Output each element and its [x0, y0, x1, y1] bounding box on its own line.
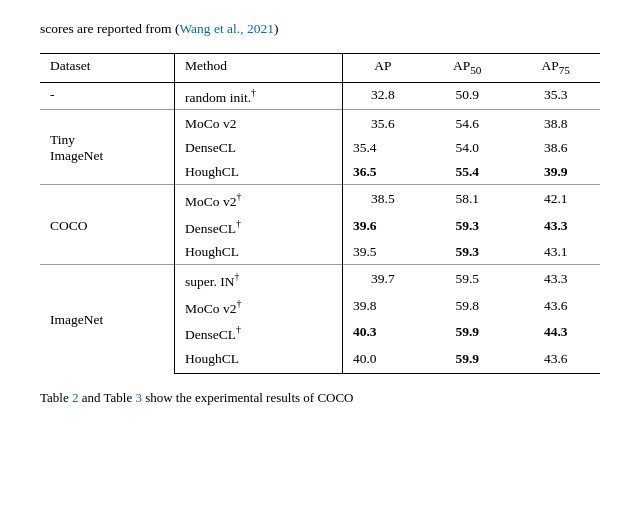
cell-method: HoughCL — [175, 160, 343, 185]
table-row: -random init.†32.850.935.3 — [40, 82, 600, 110]
col-ap: AP — [342, 53, 423, 82]
cell-ap50: 59.3 — [423, 214, 512, 241]
cell-ap: 35.4 — [342, 136, 423, 160]
cell-method: DenseCL — [175, 136, 343, 160]
cell-ap50: 59.9 — [423, 320, 512, 347]
cell-dataset: ImageNet — [40, 265, 175, 374]
footer-suffix: show the experimental results of COCO — [142, 390, 354, 405]
col-dataset: Dataset — [40, 53, 175, 82]
cell-ap75: 43.3 — [511, 214, 600, 241]
cell-ap50: 50.9 — [423, 82, 512, 110]
cell-ap: 38.5 — [342, 185, 423, 214]
header-prefix: scores are reported from ( — [40, 21, 179, 36]
cell-method: MoCo v2† — [175, 185, 343, 214]
cell-method: MoCo v2 — [175, 110, 343, 137]
cell-ap50: 59.3 — [423, 240, 512, 265]
cell-ap75: 44.3 — [511, 320, 600, 347]
cell-ap: 32.8 — [342, 82, 423, 110]
cell-ap: 39.5 — [342, 240, 423, 265]
footer-prefix: Table — [40, 390, 72, 405]
cell-ap75: 43.6 — [511, 347, 600, 374]
cell-ap50: 59.9 — [423, 347, 512, 374]
cell-ap50: 59.8 — [423, 294, 512, 321]
table-row: TinyImageNetMoCo v235.654.638.8 — [40, 110, 600, 137]
cell-ap: 40.3 — [342, 320, 423, 347]
cell-method: MoCo v2† — [175, 294, 343, 321]
cell-method: HoughCL — [175, 240, 343, 265]
cell-ap: 39.7 — [342, 265, 423, 294]
cell-method: DenseCL† — [175, 214, 343, 241]
cell-ap50: 55.4 — [423, 160, 512, 185]
col-ap50: AP50 — [423, 53, 512, 82]
cell-dataset: TinyImageNet — [40, 110, 175, 185]
cell-ap75: 39.9 — [511, 160, 600, 185]
cell-ap: 40.0 — [342, 347, 423, 374]
table-row: COCOMoCo v2†38.558.142.1 — [40, 185, 600, 214]
cell-ap75: 42.1 — [511, 185, 600, 214]
header-text: scores are reported from (Wang et al., 2… — [40, 20, 600, 39]
header-suffix: ) — [274, 21, 279, 36]
cell-ap50: 54.6 — [423, 110, 512, 137]
results-table: Dataset Method AP AP50 AP75 -random init… — [40, 53, 600, 374]
col-ap75: AP75 — [511, 53, 600, 82]
cell-ap: 39.6 — [342, 214, 423, 241]
cell-ap75: 38.8 — [511, 110, 600, 137]
cell-method: DenseCL† — [175, 320, 343, 347]
cell-ap: 36.5 — [342, 160, 423, 185]
col-method: Method — [175, 53, 343, 82]
cell-ap75: 43.3 — [511, 265, 600, 294]
cell-method: super. IN† — [175, 265, 343, 294]
cell-method: HoughCL — [175, 347, 343, 374]
cell-ap50: 54.0 — [423, 136, 512, 160]
footer-middle: and Table — [78, 390, 135, 405]
cell-ap75: 43.6 — [511, 294, 600, 321]
cell-method: random init.† — [175, 82, 343, 110]
cell-ap75: 35.3 — [511, 82, 600, 110]
cell-ap75: 43.1 — [511, 240, 600, 265]
table-row: ImageNetsuper. IN†39.759.543.3 — [40, 265, 600, 294]
header-link[interactable]: Wang et al., 2021 — [179, 21, 274, 36]
cell-ap: 35.6 — [342, 110, 423, 137]
cell-dataset: COCO — [40, 185, 175, 265]
cell-ap50: 59.5 — [423, 265, 512, 294]
cell-dataset: - — [40, 82, 175, 110]
footer-text: Table 2 and Table 3 show the experimenta… — [40, 388, 600, 408]
cell-ap50: 58.1 — [423, 185, 512, 214]
cell-ap: 39.8 — [342, 294, 423, 321]
cell-ap75: 38.6 — [511, 136, 600, 160]
